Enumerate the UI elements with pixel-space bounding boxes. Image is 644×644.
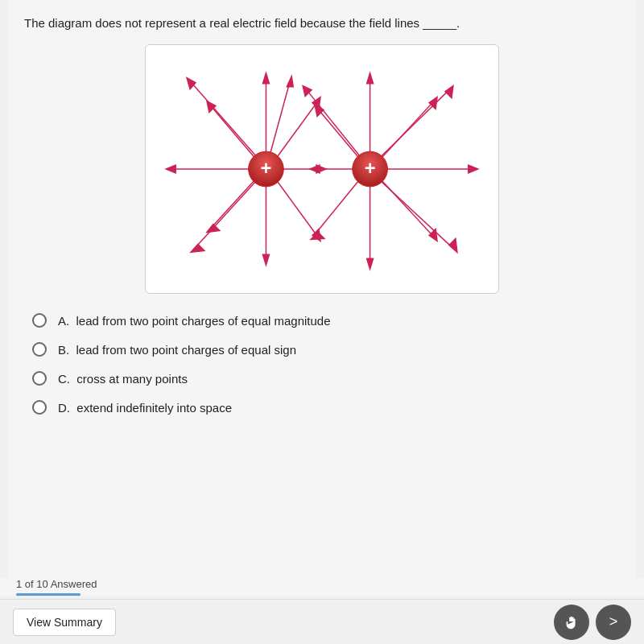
svg-marker-27 bbox=[469, 165, 478, 173]
hand-icon bbox=[563, 613, 580, 631]
hand-button[interactable] bbox=[554, 605, 589, 640]
svg-marker-17 bbox=[187, 78, 196, 89]
radio-a[interactable] bbox=[32, 313, 47, 328]
question-text: The diagram does not represent a real el… bbox=[24, 14, 620, 31]
progress-line bbox=[16, 593, 80, 596]
next-button[interactable]: > bbox=[596, 605, 631, 640]
option-label-b: B. lead from two point charges of equal … bbox=[58, 343, 296, 357]
radio-b[interactable] bbox=[32, 342, 47, 357]
option-item-d[interactable]: D. extend indefinitely into space bbox=[32, 400, 612, 415]
nav-buttons: > bbox=[554, 605, 631, 640]
svg-text:+: + bbox=[260, 157, 271, 179]
bottom-bar: View Summary > bbox=[0, 599, 644, 644]
option-item-a[interactable]: A. lead from two point charges of equal … bbox=[32, 313, 612, 328]
svg-marker-19 bbox=[287, 76, 293, 87]
radio-c[interactable] bbox=[32, 371, 47, 386]
view-summary-button[interactable]: View Summary bbox=[13, 609, 116, 636]
svg-line-42 bbox=[306, 89, 365, 162]
options-list: A. lead from two point charges of equal … bbox=[24, 313, 620, 415]
svg-line-32 bbox=[314, 175, 364, 236]
svg-line-36 bbox=[318, 109, 364, 163]
diagram-box: + + bbox=[145, 44, 499, 294]
svg-marker-13 bbox=[166, 165, 175, 173]
svg-marker-41 bbox=[449, 238, 457, 252]
svg-line-16 bbox=[190, 81, 260, 161]
svg-marker-39 bbox=[445, 86, 453, 98]
main-container: The diagram does not represent a real el… bbox=[8, 0, 636, 596]
svg-marker-29 bbox=[429, 229, 437, 242]
svg-text:+: + bbox=[365, 157, 376, 179]
option-label-c: C. cross at many points bbox=[58, 372, 188, 386]
svg-line-40 bbox=[376, 176, 454, 249]
progress-section: 1 of 10 Answered bbox=[0, 578, 644, 596]
progress-text: 1 of 10 Answered bbox=[16, 578, 628, 590]
svg-line-38 bbox=[376, 89, 450, 162]
svg-line-10 bbox=[210, 175, 260, 229]
svg-line-2 bbox=[272, 101, 318, 163]
svg-line-14 bbox=[210, 105, 260, 164]
svg-line-20 bbox=[194, 176, 260, 249]
svg-line-18 bbox=[268, 81, 290, 160]
radio-d[interactable] bbox=[32, 400, 47, 415]
svg-marker-1 bbox=[262, 73, 269, 84]
option-item-c[interactable]: C. cross at many points bbox=[32, 371, 612, 386]
svg-marker-21 bbox=[191, 244, 204, 252]
svg-line-6 bbox=[272, 175, 318, 237]
svg-marker-31 bbox=[367, 258, 374, 269]
svg-marker-23 bbox=[367, 73, 374, 84]
svg-line-28 bbox=[377, 175, 435, 237]
option-item-b[interactable]: B. lead from two point charges of equal … bbox=[32, 342, 612, 357]
svg-marker-35 bbox=[310, 165, 320, 173]
option-label-d: D. extend indefinitely into space bbox=[58, 401, 232, 415]
svg-marker-9 bbox=[262, 254, 269, 265]
option-label-a: A. lead from two point charges of equal … bbox=[58, 314, 331, 328]
